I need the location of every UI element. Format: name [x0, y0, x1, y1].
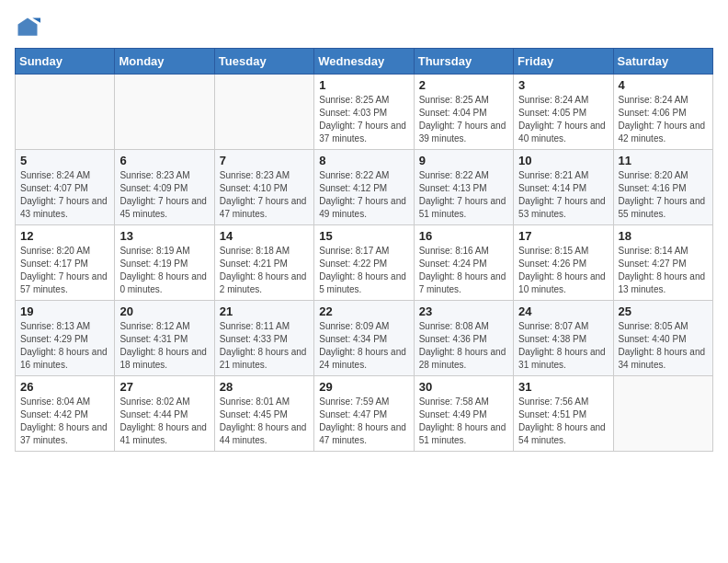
day-info: Sunrise: 8:23 AM Sunset: 4:10 PM Dayligh… [220, 169, 309, 221]
week-row-4: 19Sunrise: 8:13 AM Sunset: 4:29 PM Dayli… [16, 301, 713, 376]
calendar-cell: 27Sunrise: 8:02 AM Sunset: 4:44 PM Dayli… [115, 376, 214, 452]
calendar-cell: 21Sunrise: 8:11 AM Sunset: 4:33 PM Dayli… [214, 301, 313, 376]
day-number: 2 [419, 78, 508, 92]
day-info: Sunrise: 8:23 AM Sunset: 4:09 PM Dayligh… [119, 169, 209, 221]
calendar-cell: 20Sunrise: 8:12 AM Sunset: 4:31 PM Dayli… [115, 301, 214, 376]
day-info: Sunrise: 8:05 AM Sunset: 4:40 PM Dayligh… [619, 320, 708, 372]
day-info: Sunrise: 8:12 AM Sunset: 4:31 PM Dayligh… [119, 320, 209, 372]
day-info: Sunrise: 8:17 AM Sunset: 4:22 PM Dayligh… [319, 245, 408, 296]
day-number: 24 [518, 304, 608, 318]
week-row-1: 1Sunrise: 8:25 AM Sunset: 4:03 PM Daylig… [16, 75, 713, 150]
day-info: Sunrise: 8:01 AM Sunset: 4:45 PM Dayligh… [220, 396, 309, 447]
weekday-header-monday: Monday [115, 49, 214, 75]
day-number: 28 [220, 380, 309, 394]
calendar-cell: 8Sunrise: 8:22 AM Sunset: 4:12 PM Daylig… [314, 150, 414, 225]
day-number: 31 [518, 380, 608, 394]
calendar-cell [613, 376, 712, 452]
day-number: 6 [119, 154, 209, 167]
day-number: 30 [419, 380, 508, 394]
day-number: 1 [319, 78, 408, 92]
calendar-cell: 7Sunrise: 8:23 AM Sunset: 4:10 PM Daylig… [214, 150, 313, 225]
week-row-3: 12Sunrise: 8:20 AM Sunset: 4:17 PM Dayli… [16, 225, 713, 301]
day-info: Sunrise: 8:19 AM Sunset: 4:19 PM Dayligh… [119, 245, 209, 296]
calendar-cell [115, 75, 214, 150]
day-number: 21 [220, 304, 309, 318]
day-number: 14 [220, 229, 309, 243]
calendar-cell: 30Sunrise: 7:58 AM Sunset: 4:49 PM Dayli… [414, 376, 513, 452]
day-number: 20 [119, 304, 209, 318]
day-number: 9 [419, 154, 508, 167]
calendar-cell: 26Sunrise: 8:04 AM Sunset: 4:42 PM Dayli… [16, 376, 115, 452]
calendar-cell: 15Sunrise: 8:17 AM Sunset: 4:22 PM Dayli… [314, 225, 414, 301]
calendar-cell: 24Sunrise: 8:07 AM Sunset: 4:38 PM Dayli… [514, 301, 613, 376]
day-info: Sunrise: 8:13 AM Sunset: 4:29 PM Dayligh… [20, 320, 109, 372]
day-number: 26 [20, 380, 109, 394]
calendar-cell: 31Sunrise: 7:56 AM Sunset: 4:51 PM Dayli… [514, 376, 613, 452]
calendar-cell: 9Sunrise: 8:22 AM Sunset: 4:13 PM Daylig… [414, 150, 513, 225]
calendar-cell: 6Sunrise: 8:23 AM Sunset: 4:09 PM Daylig… [115, 150, 214, 225]
svg-marker-0 [18, 18, 38, 36]
calendar-cell: 10Sunrise: 8:21 AM Sunset: 4:14 PM Dayli… [514, 150, 613, 225]
calendar-cell: 5Sunrise: 8:24 AM Sunset: 4:07 PM Daylig… [16, 150, 115, 225]
day-info: Sunrise: 8:07 AM Sunset: 4:38 PM Dayligh… [518, 320, 608, 372]
day-info: Sunrise: 8:22 AM Sunset: 4:12 PM Dayligh… [319, 169, 408, 221]
calendar-cell: 23Sunrise: 8:08 AM Sunset: 4:36 PM Dayli… [414, 301, 513, 376]
day-number: 29 [319, 380, 408, 394]
day-info: Sunrise: 8:04 AM Sunset: 4:42 PM Dayligh… [20, 396, 109, 447]
day-info: Sunrise: 7:59 AM Sunset: 4:47 PM Dayligh… [319, 396, 408, 447]
calendar-cell: 22Sunrise: 8:09 AM Sunset: 4:34 PM Dayli… [314, 301, 414, 376]
day-info: Sunrise: 8:24 AM Sunset: 4:05 PM Dayligh… [518, 94, 608, 145]
day-number: 4 [619, 78, 708, 92]
logo [15, 15, 42, 40]
weekday-header-thursday: Thursday [414, 49, 513, 75]
day-number: 23 [419, 304, 508, 318]
calendar-cell: 13Sunrise: 8:19 AM Sunset: 4:19 PM Dayli… [115, 225, 214, 301]
page-header [15, 15, 713, 40]
calendar-table: SundayMondayTuesdayWednesdayThursdayFrid… [15, 48, 713, 452]
day-info: Sunrise: 8:02 AM Sunset: 4:44 PM Dayligh… [119, 396, 209, 447]
day-info: Sunrise: 8:20 AM Sunset: 4:16 PM Dayligh… [619, 169, 708, 221]
day-number: 17 [518, 229, 608, 243]
calendar-cell: 18Sunrise: 8:14 AM Sunset: 4:27 PM Dayli… [613, 225, 712, 301]
calendar-cell: 28Sunrise: 8:01 AM Sunset: 4:45 PM Dayli… [214, 376, 313, 452]
day-info: Sunrise: 8:09 AM Sunset: 4:34 PM Dayligh… [319, 320, 408, 372]
calendar-cell: 16Sunrise: 8:16 AM Sunset: 4:24 PM Dayli… [414, 225, 513, 301]
day-number: 11 [619, 154, 708, 167]
calendar-cell: 3Sunrise: 8:24 AM Sunset: 4:05 PM Daylig… [514, 75, 613, 150]
weekday-header-saturday: Saturday [613, 49, 712, 75]
calendar-cell: 14Sunrise: 8:18 AM Sunset: 4:21 PM Dayli… [214, 225, 313, 301]
calendar-cell [214, 75, 313, 150]
calendar-cell: 29Sunrise: 7:59 AM Sunset: 4:47 PM Dayli… [314, 376, 414, 452]
day-info: Sunrise: 8:11 AM Sunset: 4:33 PM Dayligh… [220, 320, 309, 372]
day-number: 15 [319, 229, 408, 243]
day-number: 12 [20, 229, 109, 243]
day-number: 27 [119, 380, 209, 394]
week-row-5: 26Sunrise: 8:04 AM Sunset: 4:42 PM Dayli… [16, 376, 713, 452]
day-number: 22 [319, 304, 408, 318]
calendar-cell: 4Sunrise: 8:24 AM Sunset: 4:06 PM Daylig… [613, 75, 712, 150]
weekday-header-tuesday: Tuesday [214, 49, 313, 75]
week-row-2: 5Sunrise: 8:24 AM Sunset: 4:07 PM Daylig… [16, 150, 713, 225]
day-info: Sunrise: 8:18 AM Sunset: 4:21 PM Dayligh… [220, 245, 309, 296]
day-info: Sunrise: 8:25 AM Sunset: 4:03 PM Dayligh… [319, 94, 408, 145]
day-info: Sunrise: 8:24 AM Sunset: 4:07 PM Dayligh… [20, 169, 109, 221]
weekday-header-sunday: Sunday [16, 49, 115, 75]
calendar-cell: 19Sunrise: 8:13 AM Sunset: 4:29 PM Dayli… [16, 301, 115, 376]
calendar-cell: 2Sunrise: 8:25 AM Sunset: 4:04 PM Daylig… [414, 75, 513, 150]
day-number: 25 [619, 304, 708, 318]
day-number: 10 [518, 154, 608, 167]
day-number: 8 [319, 154, 408, 167]
day-number: 13 [119, 229, 209, 243]
day-number: 18 [619, 229, 708, 243]
day-info: Sunrise: 7:58 AM Sunset: 4:49 PM Dayligh… [419, 396, 508, 447]
calendar-cell: 12Sunrise: 8:20 AM Sunset: 4:17 PM Dayli… [16, 225, 115, 301]
day-number: 5 [20, 154, 109, 167]
weekday-header-friday: Friday [514, 49, 613, 75]
day-info: Sunrise: 8:25 AM Sunset: 4:04 PM Dayligh… [419, 94, 508, 145]
calendar-cell [16, 75, 115, 150]
logo-icon [15, 15, 40, 40]
calendar-cell: 1Sunrise: 8:25 AM Sunset: 4:03 PM Daylig… [314, 75, 414, 150]
day-info: Sunrise: 8:20 AM Sunset: 4:17 PM Dayligh… [20, 245, 109, 296]
day-info: Sunrise: 8:15 AM Sunset: 4:26 PM Dayligh… [518, 245, 608, 296]
day-info: Sunrise: 8:16 AM Sunset: 4:24 PM Dayligh… [419, 245, 508, 296]
